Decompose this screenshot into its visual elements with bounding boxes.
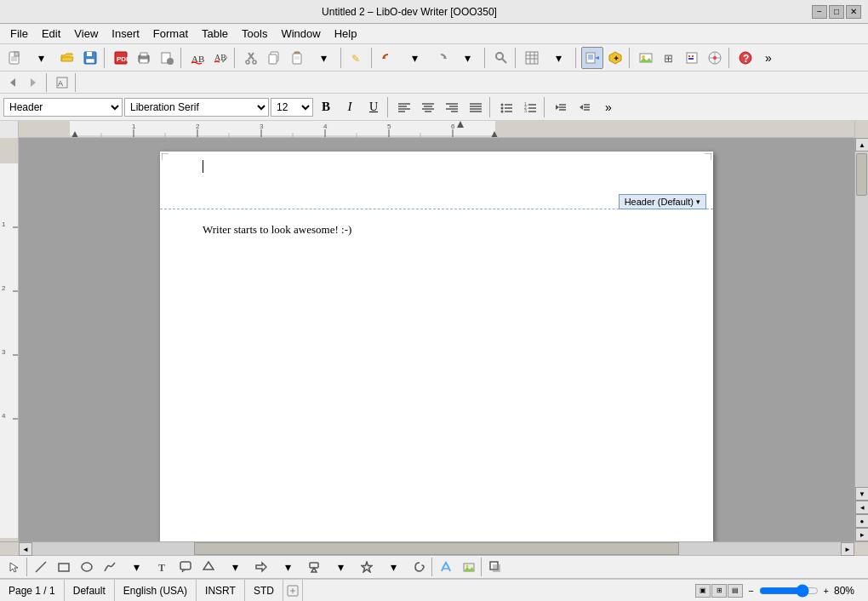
h-scroll-thumb[interactable] bbox=[194, 542, 679, 555]
menu-format[interactable]: Format bbox=[146, 26, 195, 42]
header-area[interactable]: Header (Default) ▾ bbox=[160, 152, 713, 209]
more-formatting[interactable]: » bbox=[597, 96, 620, 118]
undo-dropdown[interactable]: ▾ bbox=[400, 47, 429, 69]
vertical-scrollbar[interactable]: ▲ ▼ ◂ ● ▸ bbox=[854, 138, 868, 541]
insert-image-draw-button[interactable] bbox=[458, 556, 480, 578]
table-dropdown[interactable]: ▾ bbox=[544, 47, 573, 69]
export-pdf-button[interactable]: PDF bbox=[110, 47, 132, 69]
insert-image-button[interactable] bbox=[635, 47, 657, 69]
menu-insert[interactable]: Insert bbox=[105, 26, 146, 42]
horizontal-scrollbar-area[interactable]: ◄ ► bbox=[0, 541, 868, 555]
scroll-up-button[interactable]: ▲ bbox=[855, 138, 868, 152]
align-right-button[interactable] bbox=[441, 96, 463, 118]
italic-button[interactable]: I bbox=[339, 96, 361, 118]
insert-table-button[interactable] bbox=[521, 47, 543, 69]
shadow-button[interactable] bbox=[484, 556, 506, 578]
format-object-button[interactable]: ⊞ bbox=[658, 47, 680, 69]
help-button[interactable]: ? bbox=[734, 47, 757, 69]
header-label-button[interactable]: Header (Default) ▾ bbox=[619, 194, 706, 209]
print-button[interactable] bbox=[133, 47, 155, 69]
flowchart-dropdown[interactable]: ▾ bbox=[326, 556, 355, 578]
rectangle-tool[interactable] bbox=[53, 556, 75, 578]
stars-tool[interactable] bbox=[356, 556, 378, 578]
paste-button[interactable] bbox=[286, 47, 308, 69]
line-tool[interactable] bbox=[30, 556, 52, 578]
symbol-shapes-tool[interactable] bbox=[408, 556, 431, 578]
undo-button[interactable] bbox=[377, 47, 399, 69]
menu-edit[interactable]: Edit bbox=[35, 26, 67, 42]
view-presentation-button[interactable]: ▤ bbox=[728, 584, 743, 598]
select-tool[interactable] bbox=[3, 556, 26, 578]
font-size-select[interactable]: 12 10 14 16 bbox=[271, 98, 313, 117]
zoom-in-icon[interactable]: + bbox=[822, 586, 831, 596]
menu-view[interactable]: View bbox=[67, 26, 105, 42]
basic-shapes-tool[interactable] bbox=[197, 556, 220, 578]
document-page[interactable]: Header (Default) ▾ Writer starts to look… bbox=[160, 152, 713, 541]
fontwork-tool[interactable] bbox=[435, 556, 457, 578]
freehand-dropdown[interactable]: ▾ bbox=[122, 556, 151, 578]
view-web-button[interactable]: ⊞ bbox=[711, 584, 727, 598]
block-arrows-tool[interactable] bbox=[250, 556, 272, 578]
block-arrows-dropdown[interactable]: ▾ bbox=[273, 556, 302, 578]
scroll-down-button[interactable]: ▼ bbox=[855, 487, 868, 501]
show-changes-button[interactable] bbox=[681, 47, 703, 69]
print-preview-button[interactable] bbox=[156, 47, 178, 69]
stars-dropdown[interactable]: ▾ bbox=[379, 556, 408, 578]
menu-window[interactable]: Window bbox=[274, 26, 327, 42]
styles-button[interactable]: A bbox=[53, 73, 71, 92]
maximize-button[interactable]: □ bbox=[829, 5, 844, 19]
save-button[interactable] bbox=[79, 47, 101, 69]
scroll-right-button[interactable]: ► bbox=[841, 542, 854, 556]
menu-table[interactable]: Table bbox=[195, 26, 235, 42]
prev-page-button[interactable]: ◂ bbox=[855, 501, 868, 514]
scroll-thumb[interactable] bbox=[856, 153, 867, 196]
h-scroll-track[interactable] bbox=[32, 542, 841, 555]
menu-help[interactable]: Help bbox=[328, 26, 364, 42]
find-button[interactable] bbox=[490, 47, 512, 69]
next-page-button[interactable]: ▸ bbox=[855, 528, 868, 541]
flowchart-tool[interactable] bbox=[303, 556, 325, 578]
scroll-left-button[interactable]: ◄ bbox=[19, 542, 32, 556]
justify-button[interactable] bbox=[465, 96, 487, 118]
decrease-indent-button[interactable] bbox=[550, 96, 572, 118]
clone-formatting-button[interactable]: ✎ bbox=[346, 47, 368, 69]
copy-button[interactable] bbox=[263, 47, 285, 69]
style-select[interactable]: Header Default Paragraph Style Heading 1 bbox=[3, 98, 123, 117]
redo-button[interactable] bbox=[430, 47, 452, 69]
list-ordered-button[interactable]: 1.2.3. bbox=[519, 96, 541, 118]
minimize-button[interactable]: − bbox=[812, 5, 827, 19]
cut-button[interactable] bbox=[240, 47, 262, 69]
auto-spellcheck-button[interactable]: ABC✓ bbox=[209, 47, 231, 69]
view-normal-button[interactable]: ▣ bbox=[695, 584, 711, 598]
navigator-button[interactable] bbox=[704, 47, 726, 69]
open-button[interactable] bbox=[56, 47, 78, 69]
zoom-out-icon[interactable]: − bbox=[746, 586, 755, 596]
font-select[interactable]: Liberation Serif Arial Times New Roman bbox=[124, 98, 269, 117]
text-tool[interactable]: T bbox=[151, 556, 174, 578]
basic-shapes-dropdown[interactable]: ▾ bbox=[220, 556, 249, 578]
nav-back-button[interactable] bbox=[3, 73, 22, 92]
freehand-tool[interactable] bbox=[99, 556, 121, 578]
paste-dropdown[interactable]: ▾ bbox=[309, 47, 338, 69]
menu-tools[interactable]: Tools bbox=[235, 26, 274, 42]
nav-forward-button[interactable] bbox=[24, 73, 43, 92]
scroll-track[interactable] bbox=[855, 152, 868, 487]
ellipse-tool[interactable] bbox=[76, 556, 98, 578]
underline-button[interactable]: U bbox=[363, 96, 385, 118]
new-dropdown[interactable]: ▾ bbox=[26, 47, 55, 69]
close-button[interactable]: ✕ bbox=[846, 5, 861, 19]
align-left-button[interactable] bbox=[393, 96, 415, 118]
increase-indent-button[interactable] bbox=[574, 96, 596, 118]
more-tools[interactable]: » bbox=[757, 47, 779, 69]
target-select-button[interactable]: ● bbox=[855, 514, 868, 528]
list-unordered-button[interactable] bbox=[495, 96, 517, 118]
menu-file[interactable]: File bbox=[3, 26, 35, 42]
new-button[interactable] bbox=[3, 47, 26, 69]
callout-tool[interactable] bbox=[174, 556, 197, 578]
writer-toggle[interactable] bbox=[581, 47, 603, 69]
page-content-area[interactable]: Writer starts to look awesome! :-) bbox=[203, 209, 671, 237]
align-center-button[interactable] bbox=[417, 96, 439, 118]
extension-button[interactable]: ✦ bbox=[604, 47, 626, 69]
spellcheck-button[interactable]: ABC bbox=[186, 47, 208, 69]
redo-dropdown[interactable]: ▾ bbox=[453, 47, 482, 69]
